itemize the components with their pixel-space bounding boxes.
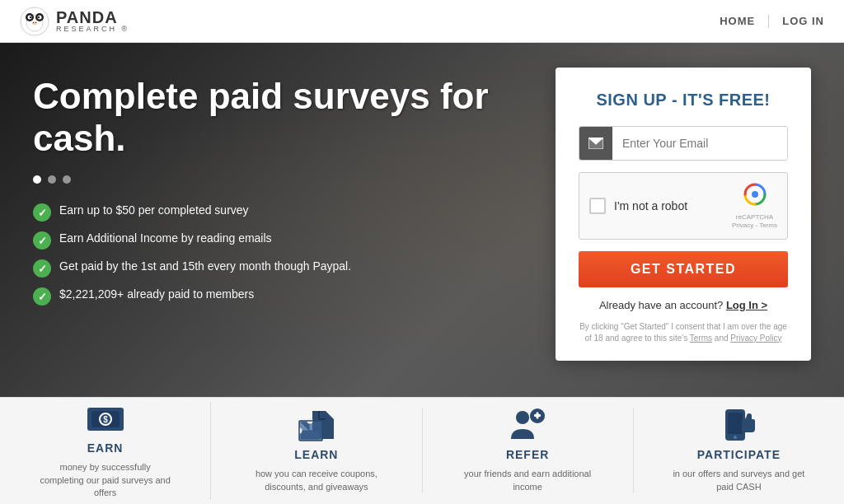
svg-rect-28 xyxy=(728,413,743,434)
bottom-earn: $ EARN money by successfully completing … xyxy=(0,402,211,499)
bottom-learn: LEARN how you can receive coupons, disco… xyxy=(211,408,422,493)
dot-1[interactable] xyxy=(33,175,41,184)
logo-text: PANDA RESEARCH ® xyxy=(56,9,129,33)
feature-item-3: Get paid by the 1st and 15th every month… xyxy=(33,259,523,278)
svg-point-7 xyxy=(38,16,40,17)
svg-point-12 xyxy=(752,191,758,198)
check-icon-3 xyxy=(33,259,51,278)
nav-home-link[interactable]: HOME xyxy=(720,15,755,27)
check-icon-1 xyxy=(33,203,51,222)
svg-text:$: $ xyxy=(103,415,108,424)
check-icon-2 xyxy=(33,231,51,250)
svg-point-29 xyxy=(734,436,737,439)
nav-divider xyxy=(768,15,769,28)
feature-item-1: Earn up to $50 per completed survey xyxy=(33,203,523,222)
svg-rect-26 xyxy=(537,413,539,419)
email-icon-box xyxy=(579,127,612,160)
hero-section: Complete paid surveys for cash. Earn up … xyxy=(0,43,844,397)
captcha-label: I'm not a robot xyxy=(614,199,687,212)
earn-icon: $ xyxy=(85,402,126,435)
learn-desc: how you can receive coupons, discounts, … xyxy=(251,468,382,493)
captcha-right: reCAPTCHA Privacy - Terms xyxy=(732,181,777,231)
feature-item-2: Earn Additional Income by reading emails xyxy=(33,231,523,250)
logo-area: PANDA RESEARCH ® xyxy=(20,7,129,36)
feature-text-1: Earn up to $50 per completed survey xyxy=(59,203,249,217)
get-started-button[interactable]: GET STARTED xyxy=(579,251,788,287)
terms-link[interactable]: Terms xyxy=(690,334,712,343)
learn-label: LEARN xyxy=(294,448,338,461)
bottom-refer: REFER your friends and earn additional i… xyxy=(423,408,634,493)
bottom-section: $ EARN money by successfully completing … xyxy=(0,397,844,504)
header: PANDA RESEARCH ® HOME LOG IN xyxy=(0,0,844,43)
consent-text: By clicking "Get Started" I consent that… xyxy=(579,321,788,344)
svg-point-10 xyxy=(35,21,36,22)
captcha-brand-text: reCAPTCHA Privacy - Terms xyxy=(732,213,777,231)
feature-text-3: Get paid by the 1st and 15th every month… xyxy=(59,259,351,273)
earn-label: EARN xyxy=(87,441,124,455)
refer-desc: your friends and earn additional income xyxy=(462,468,593,493)
logo-research: RESEARCH ® xyxy=(56,26,129,33)
dot-2[interactable] xyxy=(48,175,56,184)
feature-item-4: $2,221,209+ already paid to members xyxy=(33,287,523,306)
svg-rect-19 xyxy=(299,421,322,441)
captcha-box: I'm not a robot reCAPTCHA xyxy=(579,172,788,240)
participate-label: PARTICIPATE xyxy=(697,448,781,461)
hero-dots xyxy=(33,175,523,184)
svg-point-6 xyxy=(30,16,31,17)
captcha-checkbox[interactable] xyxy=(589,198,606,214)
signup-card: SIGN UP - IT'S FREE! I'm not a robot xyxy=(556,68,811,361)
refer-label: REFER xyxy=(506,448,549,461)
logo-panda: PANDA xyxy=(56,9,129,26)
svg-point-9 xyxy=(33,21,34,22)
bottom-participate: PARTICIPATE in our offers and surveys an… xyxy=(634,408,844,493)
recaptcha-logo xyxy=(742,181,768,212)
hero-features: Earn up to $50 per completed survey Earn… xyxy=(33,203,523,306)
svg-rect-17 xyxy=(87,414,91,421)
dot-3[interactable] xyxy=(63,175,71,184)
svg-rect-18 xyxy=(120,414,124,421)
svg-point-23 xyxy=(516,411,529,424)
hero-content: Complete paid surveys for cash. Earn up … xyxy=(0,43,844,397)
feature-text-2: Earn Additional Income by reading emails xyxy=(59,231,272,245)
participate-desc: in our offers and surveys and get paid C… xyxy=(673,468,804,493)
refer-icon xyxy=(507,408,548,441)
svg-point-8 xyxy=(32,21,37,25)
already-account-text: Already have an account? Log In > xyxy=(579,299,788,311)
login-link[interactable]: Log In > xyxy=(726,299,767,311)
signup-title: SIGN UP - IT'S FREE! xyxy=(579,91,788,110)
learn-icon xyxy=(296,408,337,441)
earn-desc: money by successfully completing our pai… xyxy=(40,461,171,499)
header-nav: HOME LOG IN xyxy=(720,15,824,28)
captcha-left: I'm not a robot xyxy=(589,198,687,214)
hero-left: Complete paid surveys for cash. Earn up … xyxy=(33,68,523,372)
nav-login-link[interactable]: LOG IN xyxy=(782,15,824,27)
participate-icon xyxy=(718,408,759,441)
hero-title: Complete paid surveys for cash. xyxy=(33,76,523,159)
recaptcha-icon xyxy=(742,181,768,208)
panda-logo-icon xyxy=(20,7,49,36)
check-icon-4 xyxy=(33,287,51,306)
envelope-icon xyxy=(588,138,603,149)
privacy-link[interactable]: Privacy Policy xyxy=(730,334,781,343)
email-input-wrap xyxy=(579,126,788,161)
feature-text-4: $2,221,209+ already paid to members xyxy=(59,287,254,301)
email-input[interactable] xyxy=(612,127,787,160)
